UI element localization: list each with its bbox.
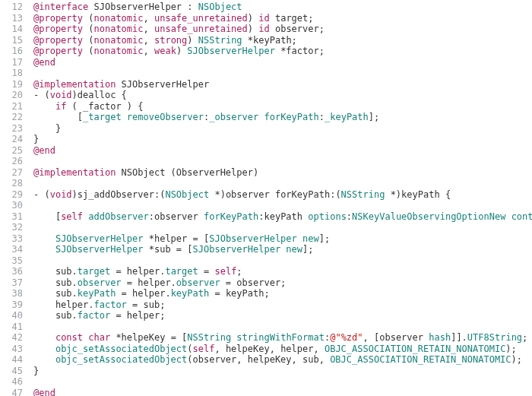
token-plain: NSObject (ObserverHelper) — [122, 167, 259, 178]
token-plain — [33, 332, 55, 343]
line-number: 26 — [3, 156, 23, 167]
token-plain — [258, 112, 264, 122]
line-number: 19 — [3, 79, 23, 90]
code-line[interactable]: objc_setAssociatedObject(observer, helpe… — [33, 354, 532, 366]
code-line[interactable]: if ( _factor ) { — [33, 101, 532, 112]
token-plain: ]]. — [451, 332, 467, 343]
code-line[interactable]: @interface SJObserverHelper : NSObject — [33, 2, 532, 13]
token-plain: = keyPath; — [209, 288, 269, 299]
code-line[interactable]: @property (nonatomic, unsafe_unretained)… — [33, 24, 532, 35]
line-number: 15 — [3, 35, 23, 46]
token-plain: , — [144, 24, 154, 34]
line-number: 43 — [3, 344, 23, 355]
code-line[interactable] — [33, 255, 532, 267]
code-line[interactable] — [33, 156, 532, 167]
token-plain: = helper. — [116, 288, 170, 299]
line-number: 44 — [3, 354, 23, 366]
code-line[interactable] — [33, 178, 532, 189]
code-line[interactable] — [33, 222, 532, 233]
token-plain: ( — [187, 344, 192, 354]
code-line[interactable]: sub.factor = helper; — [33, 310, 532, 322]
token-pink: id — [258, 24, 269, 34]
code-line[interactable]: } — [33, 123, 532, 135]
code-line[interactable]: SJObserverHelper *sub = [SJObserverHelpe… — [33, 244, 532, 255]
token-teal: target — [165, 266, 198, 277]
line-number: 16 — [3, 46, 23, 57]
code-line[interactable]: @implementation NSObject (ObserverHelper… — [33, 167, 532, 179]
line-number: 24 — [3, 134, 23, 145]
token-plain — [33, 354, 55, 365]
code-line[interactable]: [_target removeObserver:_observer forKey… — [33, 112, 532, 123]
code-line[interactable]: SJObserverHelper *helper = [SJObserverHe… — [33, 233, 532, 245]
token-pink: weak — [154, 46, 176, 56]
token-teal: UTF8String — [467, 332, 522, 343]
code-line[interactable] — [33, 376, 532, 388]
token-plain: - ( — [33, 189, 50, 200]
code-editor[interactable]: 1213141516171819202122232425262728293031… — [0, 0, 532, 396]
token-pink: unsafe_unretained — [154, 24, 248, 34]
code-line[interactable]: @property (nonatomic, weak) SJObserverHe… — [33, 46, 532, 57]
token-plain: :observer — [149, 211, 204, 222]
code-line[interactable]: - (void)dealloc { — [33, 90, 532, 101]
code-line[interactable] — [33, 322, 532, 333]
code-line[interactable]: @end — [33, 388, 532, 397]
line-number: 29 — [3, 189, 23, 201]
token-teal: context — [511, 211, 532, 222]
token-plain: ); — [505, 344, 516, 354]
token-teal: factor — [78, 310, 110, 321]
line-number: 20 — [3, 90, 23, 101]
line-number: 41 — [3, 322, 23, 333]
code-line[interactable]: sub.target = helper.target = self; — [33, 266, 532, 277]
code-line[interactable] — [33, 68, 532, 79]
code-line[interactable]: @implementation SJObserverHelper — [33, 79, 532, 90]
token-teal: NSString — [187, 332, 231, 343]
code-line[interactable]: @property (nonatomic, strong) NSString *… — [33, 35, 532, 46]
token-plain: , — [144, 46, 154, 56]
code-line[interactable]: const char *helpeKey = [NSString stringW… — [33, 332, 532, 344]
token-teal: keyPath — [171, 288, 210, 299]
token-pink: @property — [33, 13, 88, 24]
token-teal: target — [78, 266, 110, 277]
token-teal: removeObserver — [127, 112, 204, 122]
token-plain: *keyPath; — [242, 35, 297, 46]
line-number: 30 — [3, 200, 23, 211]
code-line[interactable]: - (void)sj_addObserver:(NSObject *)obser… — [33, 189, 532, 201]
code-line[interactable]: @end — [33, 145, 532, 157]
token-plain: sub. — [33, 288, 78, 299]
line-number: 39 — [3, 299, 23, 311]
code-area[interactable]: @interface SJObserverHelper : NSObject@p… — [33, 2, 532, 396]
code-line[interactable]: } — [33, 134, 532, 145]
line-number: 35 — [3, 255, 23, 267]
token-teal: hash — [429, 332, 451, 343]
code-line[interactable]: [self addObserver:observer forKeyPath:ke… — [33, 211, 532, 223]
token-plain — [33, 344, 55, 354]
token-plain: ); — [511, 354, 522, 365]
code-line[interactable]: @end — [33, 57, 532, 68]
code-line[interactable]: @property (nonatomic, unsafe_unretained)… — [33, 13, 532, 24]
line-number: 22 — [3, 112, 23, 123]
token-plain: = helper. — [122, 277, 176, 288]
token-pink: self — [193, 344, 215, 354]
token-plain: ) — [187, 35, 198, 46]
token-plain: *)observer forKeyPath:( — [209, 189, 340, 200]
token-plain: = helper; — [110, 310, 165, 321]
token-pink: @implementation — [33, 167, 122, 178]
token-teal: stringWithFormat — [236, 332, 325, 343]
line-number: 34 — [3, 244, 23, 255]
token-teal: new — [302, 233, 319, 244]
code-line[interactable]: objc_setAssociatedObject(self, helpeKey,… — [33, 344, 532, 355]
token-plain — [33, 101, 55, 112]
line-number: 25 — [3, 145, 23, 157]
token-plain: , — [144, 35, 154, 46]
code-line[interactable]: sub.observer = helper.observer = observe… — [33, 277, 532, 289]
code-line[interactable]: helper.factor = sub; — [33, 299, 532, 311]
line-number-gutter: 1213141516171819202122232425262728293031… — [0, 2, 33, 396]
code-line[interactable]: sub.keyPath = helper.keyPath = keyPath; — [33, 288, 532, 299]
code-line[interactable]: } — [33, 366, 532, 377]
token-teal: new — [286, 244, 302, 255]
token-plain: (observer, helpeKey, sub, — [187, 354, 330, 365]
token-teal: options — [308, 211, 347, 222]
token-pink: nonatomic — [93, 13, 143, 24]
token-teal: observer — [176, 277, 220, 288]
code-line[interactable] — [33, 200, 532, 211]
